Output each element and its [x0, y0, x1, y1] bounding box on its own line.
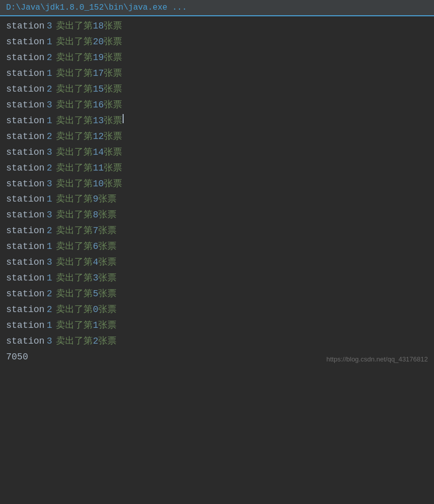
console-line: station 1 卖出了第20张票: [6, 34, 428, 50]
station-label: station: [6, 223, 45, 239]
console-line: station 2 卖出了第5张票: [6, 286, 428, 302]
ticket-number: 8: [93, 207, 98, 223]
station-label: station: [6, 176, 45, 192]
station-number: 1: [47, 191, 52, 207]
ticket-suffix: 张票: [98, 207, 117, 223]
station-label: station: [6, 239, 45, 255]
sold-text: 卖出了第: [56, 66, 93, 81]
console-line: station 1 卖出了第6张票: [6, 239, 428, 255]
console-line: station 3 卖出了第4张票: [6, 255, 428, 270]
console-line: station 3 卖出了第14张票: [6, 145, 428, 160]
station-number: 1: [47, 318, 52, 333]
sold-text: 卖出了第: [56, 18, 93, 34]
ticket-number: 10: [93, 176, 104, 192]
ticket-number: 12: [93, 129, 104, 145]
ticket-number: 6: [93, 239, 98, 255]
ticket-suffix: 张票: [104, 145, 122, 160]
ticket-number: 17: [93, 66, 104, 81]
ticket-suffix: 张票: [104, 50, 122, 66]
ticket-suffix: 张票: [104, 18, 122, 34]
ticket-suffix: 张票: [98, 191, 117, 207]
ticket-suffix: 张票: [104, 176, 122, 192]
ticket-suffix: 张票: [104, 66, 122, 81]
console-line: station 3 卖出了第16张票: [6, 97, 428, 113]
ticket-number: 16: [93, 97, 104, 113]
station-number: 3: [47, 255, 52, 270]
sold-text: 卖出了第: [56, 286, 93, 302]
ticket-number: 0: [93, 302, 98, 318]
station-label: station: [6, 18, 45, 34]
sold-text: 卖出了第: [56, 223, 93, 239]
ticket-suffix: 张票: [98, 270, 117, 286]
ticket-suffix: 张票: [104, 113, 122, 129]
console-line: station 2 卖出了第7张票: [6, 223, 428, 239]
sold-text: 卖出了第: [56, 129, 93, 145]
station-number: 2: [47, 223, 52, 239]
watermark: https://blog.csdn.net/qq_43176812: [327, 355, 428, 363]
sold-text: 卖出了第: [56, 207, 93, 223]
ticket-number: 11: [93, 160, 104, 176]
ticket-suffix: 张票: [98, 223, 117, 239]
console-line: station 1 卖出了第3张票: [6, 270, 428, 286]
console-body: station 3 卖出了第18张票station 1 卖出了第20张票stat…: [0, 16, 434, 367]
console-line: station 1 卖出了第9张票: [6, 191, 428, 207]
sold-text: 卖出了第: [56, 255, 93, 270]
station-label: station: [6, 191, 45, 207]
station-label: station: [6, 97, 45, 113]
sold-text: 卖出了第: [56, 333, 93, 349]
text-cursor: [123, 114, 124, 123]
ticket-suffix: 张票: [98, 333, 117, 349]
sold-text: 卖出了第: [56, 191, 93, 207]
ticket-suffix: 张票: [98, 302, 117, 318]
ticket-number: 18: [93, 18, 104, 34]
station-label: station: [6, 129, 45, 145]
station-number: 2: [47, 81, 52, 97]
station-number: 1: [47, 66, 52, 81]
ticket-number: 3: [93, 270, 98, 286]
sold-text: 卖出了第: [56, 50, 93, 66]
ticket-number: 1: [93, 318, 98, 333]
station-label: station: [6, 113, 45, 129]
title-bar: D:\Java\jdk1.8.0_152\bin\java.exe ...: [0, 0, 434, 16]
ticket-suffix: 张票: [98, 239, 117, 255]
sold-text: 卖出了第: [56, 160, 93, 176]
station-label: station: [6, 145, 45, 160]
ticket-suffix: 张票: [98, 318, 117, 333]
ticket-number: 13: [93, 113, 104, 129]
console-line: station 3 卖出了第8张票: [6, 207, 428, 223]
sold-text: 卖出了第: [56, 318, 93, 333]
sold-text: 卖出了第: [56, 270, 93, 286]
console-line: station 3 卖出了第10张票: [6, 176, 428, 192]
ticket-number: 2: [93, 333, 98, 349]
ticket-number: 20: [93, 34, 104, 50]
station-number: 1: [47, 113, 52, 129]
sold-text: 卖出了第: [56, 176, 93, 192]
sold-text: 卖出了第: [56, 113, 93, 129]
ticket-suffix: 张票: [104, 129, 122, 145]
station-number: 3: [47, 18, 52, 34]
console-line: station 1 卖出了第13张票: [6, 113, 428, 129]
station-label: station: [6, 66, 45, 81]
ticket-suffix: 张票: [98, 255, 117, 270]
station-number: 3: [47, 176, 52, 192]
sold-text: 卖出了第: [56, 145, 93, 160]
station-number: 1: [47, 239, 52, 255]
ticket-number: 14: [93, 145, 104, 160]
title-text: D:\Java\jdk1.8.0_152\bin\java.exe ...: [6, 3, 187, 12]
ticket-number: 4: [93, 255, 98, 270]
station-label: station: [6, 207, 45, 223]
station-label: station: [6, 50, 45, 66]
station-number: 3: [47, 333, 52, 349]
console-line: station 2 卖出了第0张票: [6, 302, 428, 318]
sold-text: 卖出了第: [56, 239, 93, 255]
station-number: 3: [47, 145, 52, 160]
station-number: 2: [47, 286, 52, 302]
console-line: station 2 卖出了第15张票: [6, 81, 428, 97]
station-label: station: [6, 270, 45, 286]
console-line: station 3 卖出了第18张票: [6, 18, 428, 34]
console-line: station 1 卖出了第1张票: [6, 318, 428, 333]
ticket-suffix: 张票: [104, 97, 122, 113]
station-number: 1: [47, 34, 52, 50]
ticket-number: 15: [93, 81, 104, 97]
station-number: 2: [47, 50, 52, 66]
